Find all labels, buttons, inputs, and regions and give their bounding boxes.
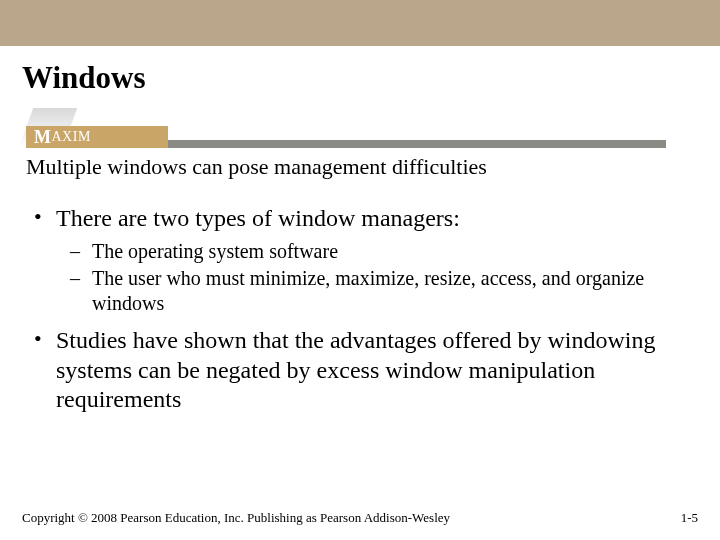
content-area: There are two types of window managers: … (30, 204, 690, 414)
copyright-text: Copyright © 2008 Pearson Education, Inc.… (22, 510, 450, 526)
slide-subtitle: Multiple windows can pose management dif… (26, 154, 720, 180)
maxim-label-initial: M (34, 127, 52, 148)
bullet-text: There are two types of window managers: (56, 205, 460, 231)
sub-bullet-list: The operating system software The user w… (56, 239, 690, 316)
list-item: There are two types of window managers: … (30, 204, 690, 316)
top-color-band (0, 0, 720, 46)
maxim-label-rest: AXIM (52, 129, 91, 145)
sub-bullet-text: The user who must minimize, maximize, re… (92, 267, 644, 314)
sub-bullet-text: The operating system software (92, 240, 338, 262)
list-item: Studies have shown that the advantages o… (30, 326, 690, 414)
maxim-line: MAXIM (26, 126, 666, 148)
list-item: The user who must minimize, maximize, re… (68, 266, 690, 316)
title-wrap: Windows (0, 46, 720, 102)
list-item: The operating system software (68, 239, 690, 264)
page-number: 1-5 (681, 510, 698, 526)
bullet-text: Studies have shown that the advantages o… (56, 327, 655, 412)
maxim-rule (168, 140, 666, 148)
bullet-list: There are two types of window managers: … (30, 204, 690, 414)
maxim-label: MAXIM (26, 126, 168, 148)
footer: Copyright © 2008 Pearson Education, Inc.… (22, 510, 698, 526)
slide-title: Windows (22, 60, 698, 96)
maxim-banner: MAXIM (26, 126, 666, 148)
